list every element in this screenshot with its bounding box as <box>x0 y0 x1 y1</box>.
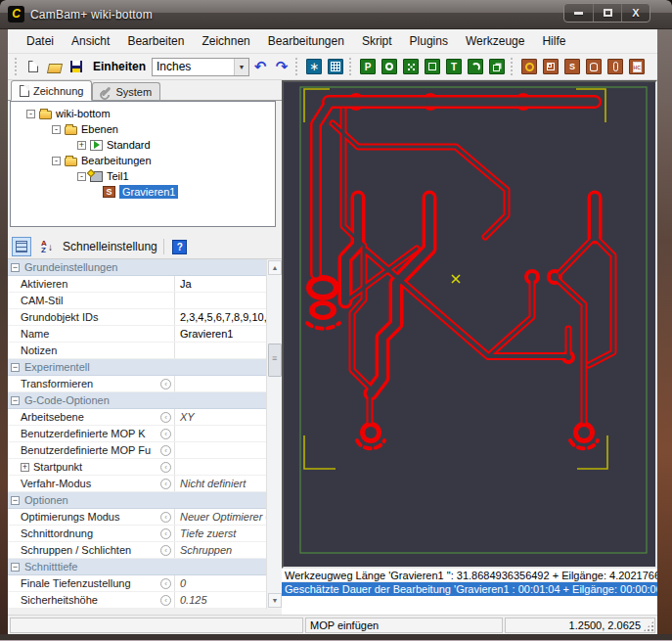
mop-pocket-button[interactable] <box>540 56 561 77</box>
default-value-icon[interactable]: ‹ <box>160 429 171 439</box>
property-name[interactable]: NameGravieren1 <box>8 326 266 343</box>
tree-expander[interactable]: + <box>77 141 86 150</box>
tab-zeichnung[interactable]: Zeichnung <box>11 80 92 101</box>
property-schruppen-schlichten[interactable]: Schruppen / Schlichten‹Schruppen <box>8 542 266 559</box>
category-schnitttiefe[interactable]: −Schnitttiefe <box>8 559 266 575</box>
draw-rectangle-button[interactable] <box>422 56 443 77</box>
property-finale-tiefenzustellung[interactable]: Finale Tiefenzustellung‹0 <box>8 575 266 592</box>
property-scrollbar[interactable]: ▲ ▼ <box>266 259 282 609</box>
property-aktivieren[interactable]: AktivierenJa <box>8 276 266 293</box>
property-optimierungs-modus[interactable]: Optimierungs Modus‹Neuer Optimierer 0.9 <box>8 509 266 526</box>
property-benutzerdefinierte-mop-k[interactable]: Benutzerdefinierte MOP K‹ <box>8 426 266 442</box>
property-startpunkt[interactable]: +Startpunkt‹ <box>8 459 266 476</box>
save-button[interactable] <box>66 56 87 77</box>
default-value-icon[interactable]: ‹ <box>160 595 171 606</box>
draw-surface-button[interactable] <box>486 56 508 77</box>
drawing-tree[interactable]: - wiki-bottom - Ebenen + Standard - <box>10 101 276 227</box>
collapse-icon[interactable]: − <box>11 263 20 272</box>
mop-drill-button[interactable] <box>518 56 540 77</box>
default-value-icon[interactable]: ‹ <box>160 412 171 423</box>
menu-plugins[interactable]: Plugins <box>401 31 457 51</box>
scrollbar-up-button[interactable]: ▲ <box>268 260 282 275</box>
menu-hilfe[interactable]: Hilfe <box>533 31 574 51</box>
tree-item-gravieren1[interactable]: S Gravieren1 <box>11 184 275 200</box>
maximize-button[interactable] <box>593 4 621 22</box>
property-sicherheitshoehe[interactable]: Sicherheitshöhe‹0.125 <box>8 592 266 609</box>
default-value-icon[interactable]: ‹ <box>160 479 171 489</box>
collapse-icon[interactable]: − <box>11 396 20 405</box>
tree-item-wiki-bottom[interactable]: - wiki-bottom <box>11 106 275 121</box>
expand-icon[interactable]: + <box>21 463 29 472</box>
menu-ansicht[interactable]: Ansicht <box>63 31 118 51</box>
tree-item-standard[interactable]: + Standard <box>11 137 275 153</box>
open-file-button[interactable] <box>44 56 66 77</box>
sort-az-button[interactable]: AZ↓ <box>37 237 57 256</box>
menu-datei[interactable]: Datei <box>18 31 63 51</box>
property-transformieren[interactable]: Transformieren‹ <box>8 376 266 392</box>
draw-polyline-button[interactable]: P <box>357 56 379 77</box>
toolbar-grip[interactable] <box>295 58 300 75</box>
tree-expander[interactable]: - <box>77 172 86 181</box>
toolpath-length-row[interactable]: Werkzeugweg Länge 'Gravieren1 ": 31.8684… <box>282 569 657 582</box>
tree-expander[interactable]: - <box>26 110 35 118</box>
close-button[interactable]: X <box>621 4 650 22</box>
property-grundobjekt-ids[interactable]: Grundobjekt IDs2,3,4,5,6,7,8,9,10,23 <box>8 309 266 326</box>
scrollbar-down-button[interactable]: ▼ <box>268 593 282 608</box>
menu-bearbeitungen[interactable]: Bearbeitungen <box>259 31 353 51</box>
menu-zeichnen[interactable]: Zeichnen <box>193 31 258 51</box>
toolbar-grip[interactable] <box>15 58 20 75</box>
menu-bearbeiten[interactable]: Bearbeiten <box>118 31 193 51</box>
category-experimentell[interactable]: −Experimentell <box>8 359 266 376</box>
grid-toggle-button[interactable] <box>325 56 346 77</box>
quick-settings-button[interactable]: Schnelleinstellung <box>63 240 157 253</box>
draw-points-button[interactable] <box>400 56 422 77</box>
categorized-view-button[interactable] <box>12 237 31 256</box>
category-grundeinstellungen[interactable]: −Grundeinstellungen <box>8 259 266 276</box>
toolbar-grip[interactable] <box>511 58 515 75</box>
default-value-icon[interactable]: ‹ <box>160 512 171 523</box>
tree-item-teil1[interactable]: - Teil1 <box>11 168 275 184</box>
new-file-button[interactable] <box>22 56 44 77</box>
tree-item-ebenen[interactable]: - Ebenen <box>11 121 275 137</box>
mop-lathe-button[interactable] <box>583 56 605 77</box>
menu-werkzeuge[interactable]: Werkzeuge <box>457 31 533 51</box>
chevron-down-icon[interactable]: ▼ <box>234 59 248 75</box>
category-gcode-optionen[interactable]: −G-Code-Optionen <box>8 392 266 409</box>
mop-profile-button[interactable]: S <box>561 56 583 77</box>
collapse-icon[interactable]: − <box>11 563 20 572</box>
draw-point-button[interactable]: ∗ <box>303 56 325 77</box>
default-value-icon[interactable]: ‹ <box>160 545 171 556</box>
scrollbar-thumb[interactable] <box>268 343 282 377</box>
property-notizen[interactable]: Notizen <box>8 343 266 359</box>
menu-skript[interactable]: Skript <box>353 31 401 51</box>
toolbar-grip[interactable] <box>349 58 354 75</box>
redo-button[interactable]: ↷ <box>271 56 292 77</box>
draw-circle-button[interactable] <box>379 56 400 77</box>
tree-expander[interactable]: - <box>52 157 61 165</box>
minimize-button[interactable] <box>564 4 593 22</box>
resize-grip[interactable] <box>644 621 653 631</box>
property-benutzerdefinierte-mop-fu[interactable]: Benutzerdefinierte MOP Fu‹ <box>8 442 266 459</box>
default-value-icon[interactable]: ‹ <box>160 578 171 589</box>
property-verfahr-modus[interactable]: Verfahr-Modus‹Nicht definiert <box>8 476 266 492</box>
property-arbeitsebene[interactable]: Arbeitsebene‹XY <box>8 409 266 426</box>
mop-gcode-button[interactable]: HC <box>626 56 648 77</box>
category-optionen[interactable]: −Optionen <box>8 492 266 509</box>
default-value-icon[interactable]: ‹ <box>160 445 171 456</box>
collapse-icon[interactable]: − <box>11 363 20 372</box>
help-button[interactable]: ? <box>170 237 190 256</box>
default-value-icon[interactable]: ‹ <box>160 462 171 473</box>
property-cam-stil[interactable]: CAM-Stil <box>8 293 266 309</box>
tab-system[interactable]: System <box>92 82 160 100</box>
property-schnittordnung[interactable]: Schnittordnung‹Tiefe zuerst <box>8 526 266 542</box>
units-combobox[interactable]: Inches ▼ <box>152 58 249 76</box>
drawing-canvas[interactable] <box>282 80 657 569</box>
title-bar[interactable]: C CamBam+ wiki-bottom X <box>0 0 672 29</box>
default-value-icon[interactable]: ‹ <box>160 528 171 539</box>
undo-button[interactable]: ↶ <box>249 56 271 77</box>
tree-item-bearbeitungen[interactable]: - Bearbeitungen <box>11 153 275 168</box>
draw-arc-button[interactable] <box>465 56 486 77</box>
draw-text-button[interactable]: T <box>443 56 465 77</box>
tree-expander[interactable]: - <box>52 125 61 134</box>
collapse-icon[interactable]: − <box>11 496 20 505</box>
